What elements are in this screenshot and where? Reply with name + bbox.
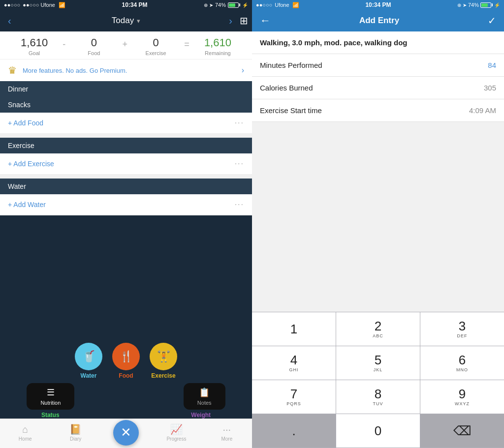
premium-banner[interactable]: ♛ More features. No ads. Go Premium. ›: [0, 59, 252, 81]
exercise-label: Exercise: [129, 50, 182, 56]
start-time-row[interactable]: Exercise Start time 4:09 AM: [252, 99, 504, 122]
key-num-6: 6: [459, 354, 466, 366]
right-carrier: ●●○○○ Ufone 📶: [256, 2, 299, 8]
more-icon: ···: [222, 424, 231, 435]
nutrition-label: Nutrition: [40, 400, 61, 406]
fab-water-button[interactable]: 🥤 Water: [75, 343, 102, 379]
key-sub-6: MNO: [456, 367, 468, 372]
start-time-label: Exercise Start time: [260, 106, 322, 115]
left-time: 10:34 PM: [122, 1, 148, 8]
tab-more[interactable]: ··· More: [202, 424, 252, 442]
add-water-more-icon[interactable]: ···: [235, 200, 244, 209]
exercise-value: 0: [129, 36, 182, 49]
water-label: Water: [8, 182, 26, 190]
exercise-label: Exercise: [8, 142, 34, 149]
numpad-key-6[interactable]: 6MNO: [420, 346, 504, 380]
left-status-bar: ●●○○○ ●●○○○ Ufone 📶 10:34 PM ⊕ ➤ 74% ⚡: [0, 0, 252, 10]
key-num-⌫: ⌫: [453, 424, 472, 437]
food-label: Food: [67, 50, 120, 56]
add-food-row[interactable]: + Add Food ···: [0, 113, 252, 134]
key-num-4: 4: [290, 354, 297, 366]
dropdown-icon[interactable]: ▾: [137, 17, 140, 25]
add-exercise-button[interactable]: + Add Exercise: [8, 160, 54, 168]
numpad-key-4[interactable]: 4GHI: [252, 346, 336, 380]
key-num-3: 3: [459, 320, 466, 332]
tab-progress[interactable]: 📈 Progress: [151, 423, 201, 442]
key-sub-8: TUV: [373, 401, 383, 406]
battery-percent: 74%: [215, 2, 226, 8]
add-exercise-row[interactable]: + Add Exercise ···: [0, 153, 252, 175]
charging-icon: ⚡: [242, 2, 248, 8]
left-panel: ●●○○○ ●●○○○ Ufone 📶 10:34 PM ⊕ ➤ 74% ⚡ ‹…: [0, 0, 252, 448]
numpad-key-1[interactable]: 1: [252, 312, 336, 346]
fab-food-label: Food: [119, 372, 133, 379]
numpad-key-9[interactable]: 9WXYZ: [420, 380, 504, 414]
tab-diary[interactable]: 📔 Diary: [50, 423, 100, 442]
fab-food-button[interactable]: 🍴 Food: [112, 343, 140, 379]
carrier-dots: ●●○○○: [4, 2, 20, 8]
next-day-button[interactable]: ›: [229, 15, 232, 27]
add-exercise-more-icon[interactable]: ···: [235, 159, 244, 168]
fab-nutrition-button[interactable]: ☰ Nutrition: [27, 383, 74, 410]
tab-home[interactable]: ⌂ Home: [0, 424, 50, 442]
fab-main-button[interactable]: ✕: [113, 420, 139, 446]
fab-water-icon: 🥤: [75, 343, 102, 370]
numpad-key-2[interactable]: 2ABC: [336, 312, 420, 346]
numpad-key-5[interactable]: 5JKL: [336, 346, 420, 380]
add-water-row[interactable]: + Add Water ···: [0, 194, 252, 215]
gps-icon: ⊕ ➤: [204, 2, 213, 8]
calories-summary: 1,610 Goal - 0 Food + 0 Exercise = 1,610…: [0, 31, 252, 59]
key-sub-3: DEF: [457, 333, 468, 338]
right-status-right: ⊕ ➤ 74% ⚡: [457, 2, 500, 8]
more-label: More: [221, 436, 232, 442]
settings-icon[interactable]: ⊞: [240, 15, 248, 27]
calories-row[interactable]: Calories Burned 305: [252, 77, 504, 99]
confirm-button[interactable]: ✓: [488, 15, 496, 27]
notes-label: Notes: [197, 400, 212, 406]
numpad-row-0: 12ABC3DEF: [252, 312, 504, 346]
numpad-key-8[interactable]: 8TUV: [336, 380, 420, 414]
numpad-key-3[interactable]: 3DEF: [420, 312, 504, 346]
right-charging: ⚡: [494, 2, 500, 8]
add-food-more-icon[interactable]: ···: [235, 119, 244, 127]
water-section-header: Water: [0, 179, 252, 194]
fab-status-row: Status Weight: [0, 410, 252, 418]
prev-day-button[interactable]: ‹: [8, 15, 11, 27]
wifi-icon: 📶: [59, 2, 65, 8]
goal-item: 1,610 Goal: [8, 36, 61, 56]
carrier-name: ●●○○○ Ufone: [23, 2, 55, 8]
food-value: 0: [67, 36, 120, 49]
status-label: Status: [41, 412, 60, 418]
key-sub-2: ABC: [373, 333, 383, 338]
fab-items-row: 🥤 Water 🍴 Food 🏋 Exercise: [75, 343, 177, 379]
fab-exercise-icon: 🏋: [150, 343, 177, 370]
calories-burned-label: Calories Burned: [260, 84, 313, 92]
right-dots: ●●○○○: [256, 2, 272, 8]
key-num-8: 8: [375, 388, 381, 400]
numpad-key-0[interactable]: 0: [336, 414, 420, 448]
fab-food-icon: 🍴: [112, 343, 140, 370]
back-button[interactable]: ←: [260, 14, 271, 27]
numpad-key-.[interactable]: .: [252, 414, 336, 448]
key-sub-7: PQRS: [286, 401, 301, 406]
add-food-button[interactable]: + Add Food: [8, 119, 43, 127]
crown-icon: ♛: [8, 64, 17, 76]
exercise-title-text: Walking, 3.0 mph, mod. pace, walking dog: [260, 38, 408, 47]
right-nav: ← Add Entry ✓: [252, 10, 504, 31]
right-panel: ●●○○○ Ufone 📶 10:34 PM ⊕ ➤ 74% ⚡ ← Add E…: [252, 0, 504, 448]
goal-label: Goal: [8, 50, 61, 56]
numpad-key-7[interactable]: 7PQRS: [252, 380, 336, 414]
fab-notes-button[interactable]: 📋 Notes: [184, 383, 225, 410]
minutes-row[interactable]: Minutes Performed 84: [252, 54, 504, 77]
right-carrier-name: Ufone: [275, 2, 289, 8]
add-water-button[interactable]: + Add Water: [8, 201, 46, 209]
goal-value: 1,610: [8, 36, 61, 49]
left-status-carrier: ●●○○○ ●●○○○ Ufone 📶: [4, 2, 65, 8]
spacer-1: [0, 134, 252, 138]
add-entry-title: Add Entry: [359, 16, 399, 26]
snacks-label: Snacks: [8, 101, 31, 109]
numpad-key-⌫[interactable]: ⌫: [420, 414, 504, 448]
right-time: 10:34 PM: [365, 1, 391, 8]
fab-exercise-button[interactable]: 🏋 Exercise: [150, 343, 177, 379]
left-nav-bar: ‹ Today ▾ › ⊞: [0, 10, 252, 31]
